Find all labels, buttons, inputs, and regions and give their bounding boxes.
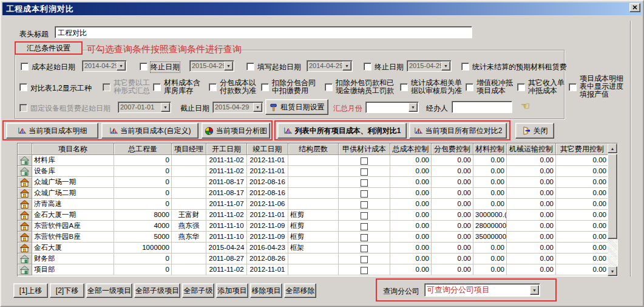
- table-row[interactable]: 金石大厦一期 8000 王富财 2011-11-02 2012-11-01 框剪…: [18, 210, 608, 221]
- fill-start-date-checkbox[interactable]: [246, 63, 254, 71]
- vertical-scrollbar[interactable]: ▲ ▼: [608, 143, 617, 276]
- fill-end-date-combo[interactable]: 2015-04-29▼: [407, 60, 452, 72]
- scrollbar-thumb[interactable]: [608, 154, 617, 239]
- cell-finish-date: 2012-08-16: [247, 188, 288, 199]
- column-header[interactable]: 其它费用控制: [556, 143, 608, 155]
- column-header[interactable]: 结构层数: [288, 143, 339, 155]
- summary-month-combo[interactable]: ▼: [365, 102, 419, 113]
- move-up-button[interactable]: [1]上移: [13, 283, 48, 298]
- column-header[interactable]: 项目经理: [172, 143, 206, 155]
- table-row[interactable]: 济青高速 0 2011-11-07 2012-11-06 0.00 0.00 0…: [18, 199, 608, 210]
- table-row[interactable]: 众城广场二期 0 2011-08-17 2012-08-16 0.00 0.00…: [18, 188, 608, 199]
- operator-input[interactable]: [452, 101, 512, 113]
- option-checkbox-audited[interactable]: [400, 83, 408, 91]
- scroll-up-icon[interactable]: ▲: [608, 143, 617, 153]
- option-checkbox-otherfee[interactable]: [103, 83, 110, 91]
- owner-supplied-checkbox[interactable]: [361, 256, 368, 263]
- chevron-down-icon[interactable]: ▼: [408, 103, 418, 112]
- fixed-rental-start-combo[interactable]: 2007-01-01▼: [118, 102, 171, 113]
- option-checkbox-warehouse[interactable]: [153, 83, 161, 91]
- rental-date-settings-button[interactable]: 租赁日期设置: [265, 99, 328, 115]
- column-header[interactable]: 总工程量: [114, 143, 172, 155]
- form-title-input[interactable]: 工程对比: [55, 26, 472, 38]
- fill-end-date-checkbox[interactable]: [364, 63, 371, 71]
- current-project-cost-custom-button[interactable]: 当前项目成本(自定义): [101, 123, 198, 139]
- chevron-down-icon[interactable]: ▼: [342, 61, 351, 71]
- owner-supplied-checkbox[interactable]: [361, 234, 368, 241]
- current-project-cost-detail-button[interactable]: 当前项目成本明细: [6, 123, 98, 139]
- all-sub-level-projects-button[interactable]: 全部子级项目: [134, 283, 180, 298]
- fill-start-date-combo[interactable]: 2014-04-29▼: [307, 60, 353, 72]
- option-checkbox-subpayment[interactable]: [209, 83, 217, 91]
- column-header[interactable]: 机械运输控制: [507, 143, 556, 155]
- add-project-button[interactable]: 添加项目: [216, 283, 248, 298]
- all-sub-levels-button[interactable]: 全部子级: [182, 283, 214, 298]
- option-checkbox-otherincome[interactable]: [517, 83, 525, 91]
- owner-supplied-checkbox[interactable]: [361, 223, 368, 230]
- cell-start-date: 2011-08-17: [206, 177, 247, 188]
- column-header[interactable]: 材料控制: [473, 143, 507, 155]
- cell-finish-date: 2012-11-06: [247, 199, 288, 210]
- table-row[interactable]: 材料库 0 2011-11-02 2012-11-01 0.00 0.00 0.…: [18, 155, 608, 166]
- rental-until-label: 截止日期: [180, 103, 209, 114]
- owner-supplied-checkbox[interactable]: [361, 267, 368, 274]
- owner-supplied-checkbox[interactable]: [361, 190, 368, 198]
- current-project-analysis-chart-button[interactable]: 当前项目分析图: [202, 123, 270, 139]
- pointing-hand-icon[interactable]: ☜: [521, 100, 530, 112]
- column-header[interactable]: 项目名称: [32, 143, 114, 155]
- cost-end-date-combo[interactable]: 2015-04-29▼: [189, 60, 234, 72]
- cost-end-date-checkbox[interactable]: [140, 63, 147, 71]
- row-icon-cell: [18, 177, 32, 188]
- table-row[interactable]: 项目部 0 2011-11-02 2012-11-01 0.00 0.00 0.…: [18, 264, 608, 275]
- cell-owner-supplied-cost: [339, 177, 390, 188]
- column-header[interactable]: 总成本控制: [390, 143, 432, 155]
- chevron-down-icon[interactable]: ▼: [117, 61, 126, 71]
- owner-supplied-checkbox[interactable]: [361, 245, 368, 252]
- rental-until-combo[interactable]: 2015-04-29▼: [212, 102, 263, 113]
- move-down-button[interactable]: [2]下移: [50, 283, 84, 298]
- table-row[interactable]: 东营软件园A座 4000 燕东强 2011-11-10 2012-11-09 框…: [18, 221, 608, 232]
- column-header[interactable]: 竣工日期: [247, 143, 288, 155]
- owner-supplied-checkbox[interactable]: [361, 157, 368, 165]
- remove-project-button[interactable]: 移除项目: [250, 283, 282, 298]
- chevron-down-icon[interactable]: ▼: [253, 103, 262, 112]
- all-projects-cost-profit-compare1-button[interactable]: 列表中所有项目成本、利润对比1: [277, 123, 407, 139]
- fixed-rental-checkbox[interactable]: [19, 104, 27, 112]
- option-checkbox-fines[interactable]: [325, 83, 333, 91]
- column-header[interactable]: 甲供材计成本: [339, 143, 390, 155]
- all-top-level-projects-button[interactable]: 全部一级项目: [86, 283, 132, 298]
- table-row[interactable]: 众城广场一期 0 2011-08-17 2012-08-16 0.00 0.00…: [18, 177, 608, 188]
- owner-supplied-checkbox[interactable]: [361, 179, 368, 187]
- scroll-down-icon[interactable]: ▼: [608, 266, 617, 276]
- owner-supplied-checkbox[interactable]: [361, 212, 368, 219]
- chevron-down-icon[interactable]: ▼: [441, 61, 450, 71]
- option-checkbox-progress[interactable]: [569, 83, 577, 91]
- cost-start-date-combo[interactable]: 2014-04-29▼: [82, 60, 127, 72]
- chevron-down-icon[interactable]: ▼: [224, 61, 233, 71]
- branch-query-combo[interactable]: 可查询分公司项目▼: [424, 283, 540, 297]
- column-header[interactable]: 分包费控制: [432, 143, 473, 155]
- owner-supplied-checkbox[interactable]: [361, 168, 368, 176]
- table-row[interactable]: 金石大厦 1000000 2015-04-24 2016-04-23 框架 0.…: [18, 243, 608, 254]
- remove-all-button[interactable]: 全部移除: [284, 283, 316, 298]
- current-project-parts-compare2-button[interactable]: 当前项目所有部位对比2: [409, 123, 507, 139]
- cell-finish-date: 2012-11-01: [247, 210, 288, 221]
- close-button[interactable]: [629, 3, 640, 12]
- cost-start-date-checkbox[interactable]: [21, 63, 29, 71]
- yellow-house-icon: [20, 211, 29, 219]
- chevron-down-icon[interactable]: ▼: [530, 285, 539, 295]
- option-checkbox-subdeduct[interactable]: [261, 83, 269, 91]
- option-checkbox-vat[interactable]: [466, 83, 473, 91]
- table-row[interactable]: 财务部 0 2011-08-27 2012-08-26 0.00 0.00 0.…: [18, 254, 608, 264]
- cell-total-cost-control: 0.00: [390, 155, 432, 166]
- close-dialog-button[interactable]: 关闭: [515, 123, 554, 139]
- cell-total-quantity: 0: [114, 188, 172, 199]
- table-row[interactable]: 东营软件园B座 5000 燕东华 2011-11-10 2012-11-09 框…: [18, 232, 608, 243]
- table-row[interactable]: 设备库 0 2011-11-02 2012-11-01 0.00 0.00 0.…: [18, 166, 608, 177]
- chevron-down-icon[interactable]: ▼: [161, 103, 170, 112]
- cell-finish-date: 2012-11-01: [247, 264, 288, 275]
- owner-supplied-checkbox[interactable]: [361, 201, 368, 209]
- option-checkbox-worktype[interactable]: [19, 83, 27, 91]
- unsettled-rental-checkbox[interactable]: [461, 63, 469, 71]
- column-header[interactable]: 开工日期: [206, 143, 247, 155]
